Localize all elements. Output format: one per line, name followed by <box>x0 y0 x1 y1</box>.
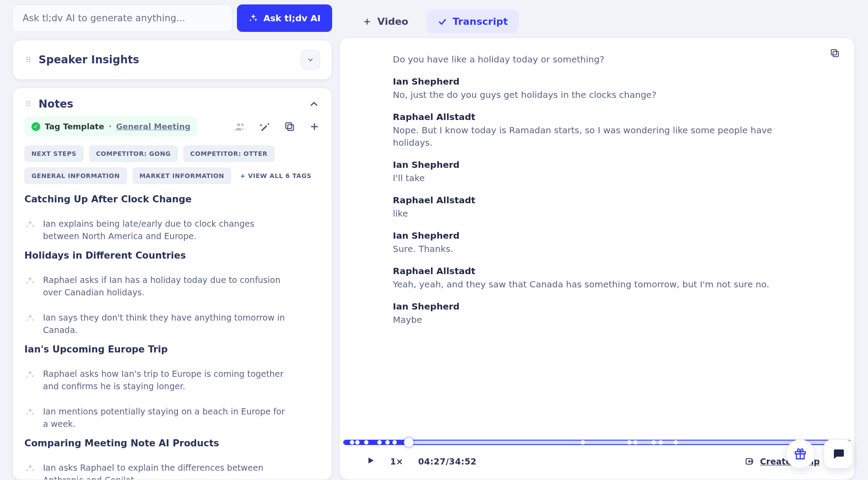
drag-icon[interactable] <box>24 98 32 110</box>
sparkle-icon <box>24 463 36 474</box>
view-all-tags[interactable]: + VIEW ALL 6 TAGS <box>236 167 315 184</box>
drag-icon[interactable] <box>24 54 32 66</box>
tag-1[interactable]: COMPETITOR: GONG <box>89 145 178 162</box>
svg-rect-15 <box>286 123 291 128</box>
svg-point-5 <box>29 61 30 62</box>
note-bullet[interactable]: Raphael asks if Ian has a holiday today … <box>24 274 320 298</box>
tag-0[interactable]: NEXT STEPS <box>24 145 84 162</box>
tab-video[interactable]: Video <box>352 10 419 33</box>
playback-marker[interactable] <box>633 440 638 445</box>
section-title: Catching Up After Clock Change <box>24 194 320 205</box>
ask-ai-label: Ask tl;dv AI <box>264 13 321 23</box>
tab-video-label: Video <box>377 16 408 27</box>
ask-input[interactable]: Ask tl;dv AI to generate anything... <box>12 4 232 32</box>
note-bullet[interactable]: Raphael asks how Ian's trip to Europe is… <box>24 368 320 392</box>
ask-ai-button[interactable]: Ask tl;dv AI <box>237 4 332 32</box>
tag-3[interactable]: GENERAL INFORMATION <box>24 167 127 184</box>
playback-marker[interactable] <box>581 440 585 445</box>
note-bullet[interactable]: Ian asks Raphael to explain the differen… <box>24 462 320 480</box>
plus-icon <box>362 17 372 27</box>
transcript-line: Do you have like a holiday today or some… <box>393 53 783 66</box>
chevron-down-icon <box>306 56 314 64</box>
svg-point-8 <box>27 105 27 106</box>
transcript-turn[interactable]: Raphael AllstadtNope. But I know today i… <box>393 112 837 149</box>
note-bullet[interactable]: Ian mentions potentially staying on a be… <box>24 406 320 430</box>
transcript-turn[interactable]: Raphael AllstadtYeah, yeah, and they saw… <box>393 266 837 290</box>
transcript-line: Nope. But I know today is Ramadan starts… <box>393 124 783 149</box>
note-text: Raphael asks if Ian has a holiday today … <box>43 274 291 298</box>
playback-marker[interactable] <box>350 440 354 445</box>
transcript-speaker: Raphael Allstadt <box>393 266 837 276</box>
check-icon <box>438 17 447 27</box>
svg-rect-21 <box>831 50 837 55</box>
playback-marker[interactable] <box>364 440 368 445</box>
people-icon[interactable] <box>234 121 246 132</box>
notes-collapse-button[interactable] <box>308 98 320 110</box>
svg-point-4 <box>29 59 30 60</box>
copy-icon[interactable] <box>284 121 295 132</box>
playback-marker[interactable] <box>627 440 632 445</box>
transcript-speaker: Raphael Allstadt <box>393 195 837 205</box>
tab-transcript-label: Transcript <box>453 16 508 27</box>
transcript-turn[interactable]: Do you have like a holiday today or some… <box>393 53 837 66</box>
svg-point-12 <box>237 123 240 126</box>
section-title: Ian's Upcoming Europe Trip <box>24 344 320 355</box>
speaker-insights-title: Speaker Insights <box>39 54 139 66</box>
playback-track[interactable] <box>343 440 851 445</box>
svg-marker-24 <box>749 461 751 462</box>
transcript-turn[interactable]: Ian ShepherdI'll take <box>393 159 837 184</box>
tag-2[interactable]: COMPETITOR: OTTER <box>183 145 275 162</box>
copy-transcript-button[interactable] <box>829 48 840 60</box>
playback-marker[interactable] <box>392 440 397 445</box>
template-link[interactable]: General Meeting <box>116 122 190 131</box>
sparkle-icon <box>24 219 36 230</box>
notes-card: Notes ✓ Tag Template · General Meeting <box>12 88 332 480</box>
tag-4[interactable]: MARKET INFORMATION <box>132 167 232 184</box>
clip-icon <box>745 457 755 466</box>
transcript-turn[interactable]: Ian ShepherdSure. Thanks. <box>393 230 837 255</box>
svg-point-7 <box>27 103 27 104</box>
section-title: Holidays in Different Countries <box>24 250 320 261</box>
transcript-line: Sure. Thanks. <box>393 243 783 255</box>
playback-marker[interactable] <box>355 440 360 445</box>
playback-speed[interactable]: 1× <box>390 457 403 466</box>
playback-head[interactable] <box>404 437 414 447</box>
playback-marker[interactable] <box>651 440 656 445</box>
playback-marker[interactable] <box>385 440 390 445</box>
svg-point-2 <box>27 61 27 62</box>
transcript-speaker: Ian Shepherd <box>393 159 837 170</box>
section-title: Comparing Meeting Note AI Products <box>24 438 320 449</box>
svg-rect-14 <box>288 124 294 130</box>
sparkle-icon <box>24 313 36 324</box>
note-bullet[interactable]: Ian says they don't think they have anyt… <box>24 312 320 336</box>
transcript-line: like <box>393 207 783 220</box>
wand-icon[interactable] <box>259 121 271 132</box>
transcript-speaker: Ian Shepherd <box>393 76 837 87</box>
transcript-line: I'll take <box>393 172 783 184</box>
transcript-line: Maybe <box>393 314 783 326</box>
transcript-turn[interactable]: Ian ShepherdMaybe <box>393 301 837 326</box>
play-button[interactable] <box>366 456 375 467</box>
chat-button[interactable] <box>824 439 853 468</box>
playback-marker[interactable] <box>659 440 663 445</box>
chevron-up-icon <box>308 98 320 110</box>
svg-point-13 <box>241 123 244 126</box>
playback-marker[interactable] <box>377 440 382 445</box>
playback-marker[interactable] <box>674 440 678 445</box>
gift-button[interactable] <box>786 439 815 468</box>
plus-icon[interactable] <box>309 121 320 132</box>
note-text: Ian explains being late/early due to clo… <box>43 218 291 242</box>
tab-transcript[interactable]: Transcript <box>427 10 519 33</box>
template-label: Tag Template <box>45 122 104 131</box>
insights-collapse-button[interactable] <box>301 50 320 70</box>
note-text: Ian asks Raphael to explain the differen… <box>43 462 291 480</box>
tag-template-pill[interactable]: ✓ Tag Template · General Meeting <box>24 116 198 136</box>
playback-time: 04:27/34:52 <box>418 457 477 466</box>
gift-icon <box>794 447 807 461</box>
check-icon: ✓ <box>31 122 40 131</box>
transcript-speaker: Ian Shepherd <box>393 301 837 312</box>
note-bullet[interactable]: Ian explains being late/early due to clo… <box>24 218 320 242</box>
transcript-turn[interactable]: Ian ShepherdNo, just the do you guys get… <box>393 76 837 101</box>
transcript-card: Do you have like a holiday today or some… <box>339 38 855 480</box>
transcript-turn[interactable]: Raphael Allstadtlike <box>393 195 837 220</box>
